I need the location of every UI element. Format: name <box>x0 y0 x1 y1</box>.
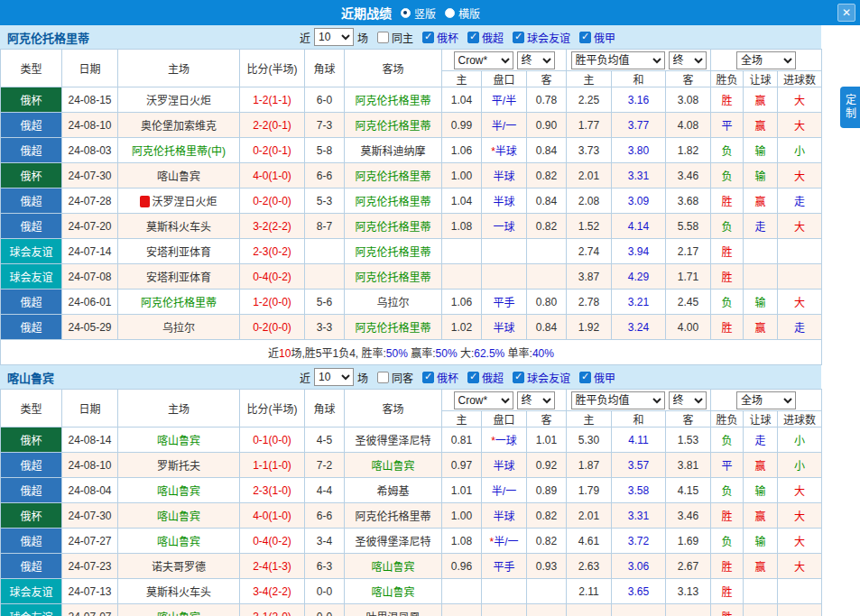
league-checkbox-1-box[interactable] <box>467 32 479 43</box>
league-checkbox-2[interactable]: 球会友谊 <box>513 30 570 45</box>
away-team-cell[interactable]: 阿克伦托格里蒂 <box>345 163 442 188</box>
avg-final-select[interactable]: 终 <box>669 51 707 69</box>
league-checkbox-2[interactable]: 球会友谊 <box>513 370 570 385</box>
home-team-name: 沃罗涅日火炬 <box>152 196 217 208</box>
odds-source-select[interactable]: Crow* <box>454 51 513 69</box>
header-row-top: 类型日期主场比分(半场)角球客场Crow*终胜平负均值终全场 <box>1 390 822 411</box>
match-row: 球会友谊24-07-14安塔利亚体育2-3(0-2)阿克伦托格里蒂2.743.9… <box>1 239 822 264</box>
league-checkbox-3-box[interactable] <box>579 372 591 383</box>
avg-type-select[interactable]: 胜平负均值 <box>571 391 665 409</box>
home-team-cell[interactable]: 喀山鲁宾 <box>118 503 240 529</box>
home-team-cell[interactable]: 阿克伦托格里蒂 <box>118 290 240 315</box>
odds-source-select[interactable]: Crow* <box>454 391 513 409</box>
odds-home-cell: 0.97 <box>442 453 482 478</box>
goals-result-cell: 大 <box>778 214 822 239</box>
away-team-cell[interactable]: 阿克伦托格里蒂 <box>345 87 442 113</box>
league-checkbox-1-box[interactable] <box>467 372 479 383</box>
home-team-cell[interactable]: 安塔利亚体育 <box>118 264 240 290</box>
home-team-cell[interactable]: 莫斯科火车头 <box>118 214 240 239</box>
corner-cell: 3-4 <box>305 529 345 554</box>
close-button[interactable]: ✕ <box>837 4 855 22</box>
away-team-cell[interactable]: 阿克伦托格里蒂 <box>345 264 442 290</box>
same-venue-checkbox[interactable]: 同客 <box>377 370 413 385</box>
away-team-cell[interactable]: 叶里温凤凰 <box>345 604 442 616</box>
odds-home-cell: 1.06 <box>442 138 482 163</box>
home-team-cell[interactable]: 喀山鲁宾 <box>118 478 240 503</box>
league-type-cell: 球会友谊 <box>1 579 62 604</box>
league-checkbox-0[interactable]: 俄杯 <box>422 370 458 385</box>
away-team-cell[interactable]: 阿克伦托格里蒂 <box>345 315 442 340</box>
home-team-cell[interactable]: 罗斯托夫 <box>118 453 240 478</box>
league-checkbox-2-box[interactable] <box>513 372 524 383</box>
away-team-cell[interactable]: 阿克伦托格里蒂 <box>345 239 442 264</box>
home-team-name: 罗斯托夫 <box>157 460 200 473</box>
same-venue-checkbox-box[interactable] <box>377 32 389 43</box>
home-team-cell[interactable]: 喀山鲁宾 <box>118 428 240 453</box>
away-team-cell[interactable]: 圣彼得堡泽尼特 <box>345 529 442 554</box>
league-checkbox-3-box[interactable] <box>579 32 591 43</box>
avg-home-cell: 2.74 <box>567 239 612 264</box>
home-team-cell[interactable]: 莫斯科火车头 <box>118 579 240 604</box>
scope-select[interactable]: 全场 <box>736 391 796 409</box>
home-team-cell[interactable]: 安塔利亚体育 <box>118 239 240 264</box>
home-team-cell[interactable]: 奥伦堡加索维克 <box>118 113 240 138</box>
avg-home-cell: 2.78 <box>567 290 612 315</box>
avg-away-cell: 3.08 <box>666 87 711 113</box>
league-checkbox-0-box[interactable] <box>422 32 434 43</box>
layout-radio-horizontal[interactable]: 横版 <box>445 5 480 21</box>
league-type-cell: 俄超 <box>1 188 62 214</box>
away-team-cell[interactable]: 莫斯科迪纳摩 <box>345 138 442 163</box>
away-team-cell[interactable]: 圣彼得堡泽尼特 <box>345 428 442 453</box>
match-count-select[interactable]: 10 <box>314 368 354 386</box>
avg-final-select[interactable]: 终 <box>669 391 707 409</box>
home-team-cell[interactable]: 喀山鲁宾 <box>118 604 240 616</box>
handicap-value: 一球 <box>493 221 514 234</box>
handicap-value: 一球 <box>495 435 517 447</box>
away-team-cell[interactable]: 喀山鲁宾 <box>345 453 442 478</box>
odds-final-select[interactable]: 终 <box>517 391 555 409</box>
odds-home-cell <box>442 579 482 604</box>
home-team-cell[interactable]: 乌拉尔 <box>118 315 240 340</box>
league-checkbox-2-box[interactable] <box>513 32 524 43</box>
goals-result-cell: 小 <box>778 138 822 163</box>
away-team-cell[interactable]: 阿克伦托格里蒂 <box>345 188 442 214</box>
home-team-cell[interactable]: 诺夫哥罗德 <box>118 554 240 579</box>
avg-type-select[interactable]: 胜平负均值 <box>571 51 665 69</box>
scope-select[interactable]: 全场 <box>736 51 796 69</box>
away-team-cell[interactable]: 喀山鲁宾 <box>345 554 442 579</box>
home-team-cell[interactable]: 喀山鲁宾 <box>118 163 240 188</box>
handicap-result-cell: 输 <box>744 138 778 163</box>
handicap-cell: 半球 <box>482 163 527 188</box>
home-team-cell[interactable]: 阿克伦托格里蒂(中) <box>118 138 240 163</box>
same-venue-checkbox[interactable]: 同主 <box>377 30 413 45</box>
wdl-cell: 胜 <box>711 503 744 529</box>
away-team-cell[interactable]: 阿克伦托格里蒂 <box>345 503 442 529</box>
away-team-cell[interactable]: 阿克伦托格里蒂 <box>345 214 442 239</box>
odds-final-select[interactable]: 终 <box>517 51 555 69</box>
home-team-cell[interactable]: 喀山鲁宾 <box>118 529 240 554</box>
customize-button[interactable]: 定制 <box>840 87 860 128</box>
odds-home-cell: 1.01 <box>442 478 482 503</box>
avg-home-cell: 2.11 <box>567 579 612 604</box>
subcolumn-header: 胜负 <box>711 411 744 428</box>
league-checkbox-3[interactable]: 俄甲 <box>579 370 615 385</box>
league-checkbox-0[interactable]: 俄杯 <box>422 30 458 45</box>
home-team-cell[interactable]: 沃罗涅日火炬 <box>118 188 240 214</box>
layout-radio-vertical[interactable]: 竖版 <box>401 5 436 21</box>
league-checkbox-0-box[interactable] <box>422 372 434 383</box>
avg-draw-cell: 4.14 <box>612 214 666 239</box>
away-team-cell[interactable]: 乌拉尔 <box>345 290 442 315</box>
league-type-cell: 俄杯 <box>1 87 62 113</box>
league-checkbox-3[interactable]: 俄甲 <box>579 30 615 45</box>
league-checkbox-1[interactable]: 俄超 <box>467 30 504 45</box>
league-checkbox-1[interactable]: 俄超 <box>467 370 504 385</box>
away-team-cell[interactable]: 希姆基 <box>345 478 442 503</box>
wdl-cell: 负 <box>711 428 744 453</box>
match-count-select[interactable]: 10 <box>314 28 354 46</box>
league-type-cell: 球会友谊 <box>1 264 62 290</box>
home-team-cell[interactable]: 沃罗涅日火炬 <box>118 87 240 113</box>
away-team-name: 阿克伦托格里蒂 <box>355 120 430 133</box>
away-team-cell[interactable]: 喀山鲁宾 <box>345 579 442 604</box>
same-venue-checkbox-box[interactable] <box>377 372 389 383</box>
away-team-cell[interactable]: 阿克伦托格里蒂 <box>345 113 442 138</box>
